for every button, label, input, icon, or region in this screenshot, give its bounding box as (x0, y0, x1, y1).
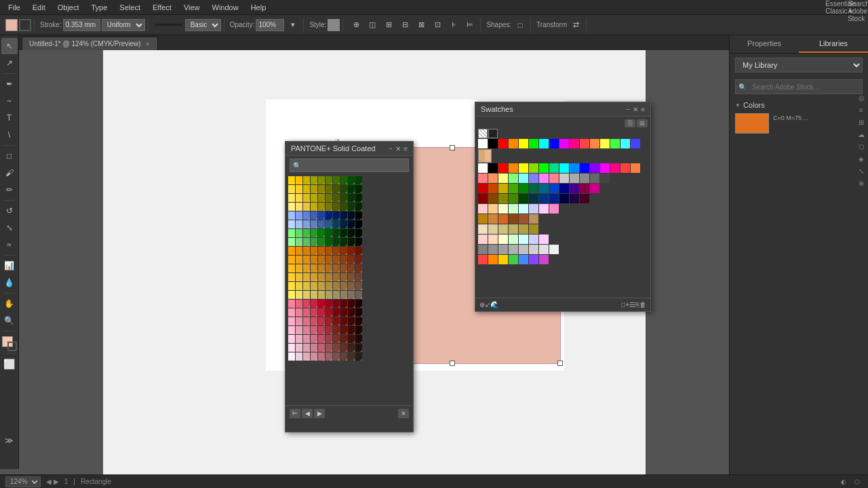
swatches-close-btn[interactable]: ✕ (633, 106, 638, 113)
swatch-grid-3-2[interactable] (498, 194, 508, 203)
pantone-swatch-12-1[interactable] (296, 282, 302, 290)
pantone-swatch-7-3[interactable] (311, 238, 317, 246)
pantone-swatch-2-2[interactable] (303, 194, 310, 202)
pantone-swatch-6-4[interactable] (318, 229, 325, 237)
swatch-grid-3-3[interactable] (509, 194, 518, 203)
swatch-gray-3[interactable] (509, 245, 518, 254)
panel-icon-2[interactable]: ≡ (856, 104, 867, 115)
pantone-swatch-10-8[interactable] (348, 264, 355, 272)
warp-tool[interactable]: ≈ (1, 237, 18, 253)
align-btn-6[interactable]: ⊡ (430, 18, 445, 33)
pantone-swatch-20-3[interactable] (311, 352, 317, 361)
pantone-swatch-4-4[interactable] (318, 211, 325, 220)
pantone-swatch-1-3[interactable] (311, 185, 317, 193)
pantone-swatch-16-1[interactable] (296, 317, 302, 325)
swatch-grid-7-6[interactable] (539, 235, 549, 244)
pantone-swatch-7-1[interactable] (296, 238, 302, 246)
pantone-swatch-20-9[interactable] (355, 352, 362, 361)
panel-icon-8[interactable]: ⊕ (856, 178, 867, 188)
pantone-swatch-0-2[interactable] (303, 176, 310, 184)
swatch-tool-1[interactable]: ⊕ (479, 301, 485, 308)
pantone-swatch-17-4[interactable] (318, 326, 325, 334)
pantone-swatch-10-3[interactable] (311, 264, 317, 272)
pantone-swatch-7-8[interactable] (348, 238, 355, 246)
expand-toolbar-btn[interactable]: ≫ (1, 432, 18, 449)
swatch-grid-0-13[interactable] (610, 163, 620, 173)
swatch-main-8[interactable] (559, 139, 569, 148)
pantone-swatch-7-4[interactable] (318, 238, 325, 246)
pantone-swatch-0-7[interactable] (340, 176, 347, 184)
pantone-swatch-9-1[interactable] (296, 256, 302, 264)
panel-icon-6[interactable]: ◈ (856, 153, 867, 164)
swatch-main-14[interactable] (620, 139, 630, 148)
pantone-swatch-0-3[interactable] (311, 176, 317, 184)
pantone-swatch-2-1[interactable] (296, 194, 302, 202)
pantone-swatch-20-5[interactable] (326, 352, 332, 361)
pantone-swatch-9-7[interactable] (340, 256, 347, 264)
swatch-gray-7[interactable] (549, 245, 559, 254)
text-tool[interactable]: T (1, 110, 18, 126)
tab-properties[interactable]: Properties (730, 35, 799, 53)
swatches-menu-btn[interactable]: ≡ (641, 106, 645, 113)
pantone-swatch-18-1[interactable] (296, 335, 302, 343)
swatch-main-10[interactable] (580, 139, 589, 148)
menu-item-edit[interactable]: Edit (27, 2, 51, 13)
pantone-swatch-3-4[interactable] (318, 203, 325, 211)
pantone-swatch-15-6[interactable] (333, 308, 340, 317)
menu-item-object[interactable]: Object (52, 2, 85, 13)
swatch-gray-0[interactable] (478, 245, 488, 254)
pantone-swatch-9-5[interactable] (326, 256, 332, 264)
line-type-select[interactable]: Basic (185, 19, 221, 31)
pencil-tool[interactable]: ✏ (1, 182, 18, 198)
pantone-swatch-18-3[interactable] (311, 335, 317, 343)
swatch-grid-7-5[interactable] (529, 235, 538, 244)
panel-icon-1[interactable]: ◎ (856, 92, 867, 103)
pantone-swatch-4-9[interactable] (355, 211, 362, 220)
pantone-swatch-15-1[interactable] (296, 308, 302, 317)
pantone-swatch-9-2[interactable] (303, 256, 310, 264)
pantone-swatch-4-3[interactable] (311, 211, 317, 220)
align-btn-8[interactable]: ⊨ (462, 18, 477, 33)
pantone-swatch-1-4[interactable] (318, 185, 325, 193)
swatch-grid-0-0[interactable] (478, 163, 488, 173)
pantone-swatch-1-9[interactable] (355, 185, 362, 193)
handle-top-mid[interactable] (450, 145, 455, 150)
pantone-swatch-3-6[interactable] (333, 203, 340, 211)
swatch-grid-1-12[interactable] (600, 174, 610, 183)
swatch-main-11[interactable] (590, 139, 599, 148)
eyedropper-tool[interactable]: 💧 (1, 274, 18, 291)
align-btn-3[interactable]: ⊞ (381, 18, 396, 33)
pantone-swatch-10-9[interactable] (355, 264, 362, 272)
swatch-grid-0-9[interactable] (570, 163, 579, 173)
swatch-accent-1[interactable] (488, 255, 498, 264)
pantone-swatch-10-6[interactable] (333, 264, 340, 272)
swatch-grid-5-4[interactable] (519, 214, 528, 224)
pantone-swatch-16-5[interactable] (326, 317, 332, 325)
pantone-swatch-20-6[interactable] (333, 352, 340, 361)
pantone-first-btn[interactable]: ⊢ (290, 409, 300, 418)
swatch-pantone-ref[interactable] (478, 149, 492, 163)
pantone-swatch-9-3[interactable] (311, 256, 317, 264)
pantone-swatch-9-6[interactable] (333, 256, 340, 264)
pantone-swatch-5-8[interactable] (348, 220, 355, 228)
pantone-swatch-3-9[interactable] (355, 203, 362, 211)
pantone-search-input[interactable] (304, 161, 408, 171)
pantone-swatch-19-8[interactable] (348, 344, 355, 352)
swatch-grid-2-11[interactable] (590, 184, 599, 193)
pantone-swatch-11-7[interactable] (340, 273, 347, 281)
column-graph-tool[interactable]: 📊 (1, 258, 18, 274)
swatch-grid-1-10[interactable] (580, 174, 589, 183)
zoom-select[interactable]: 124% (5, 476, 41, 487)
stroke-type-select[interactable]: Uniform (102, 19, 145, 31)
paintbrush-tool[interactable]: 🖌 (1, 165, 18, 181)
pantone-swatch-16-8[interactable] (348, 317, 355, 325)
swatch-grid-1-8[interactable] (559, 174, 569, 183)
pantone-swatch-12-0[interactable] (288, 282, 295, 290)
swatch-main-3[interactable] (509, 139, 518, 148)
pantone-swatch-4-0[interactable] (288, 211, 295, 220)
pantone-swatch-3-1[interactable] (296, 203, 302, 211)
swatch-grid-7-4[interactable] (519, 235, 528, 244)
pantone-swatch-17-7[interactable] (340, 326, 347, 334)
pantone-swatch-20-2[interactable] (303, 352, 310, 361)
pantone-swatch-15-0[interactable] (288, 308, 295, 317)
